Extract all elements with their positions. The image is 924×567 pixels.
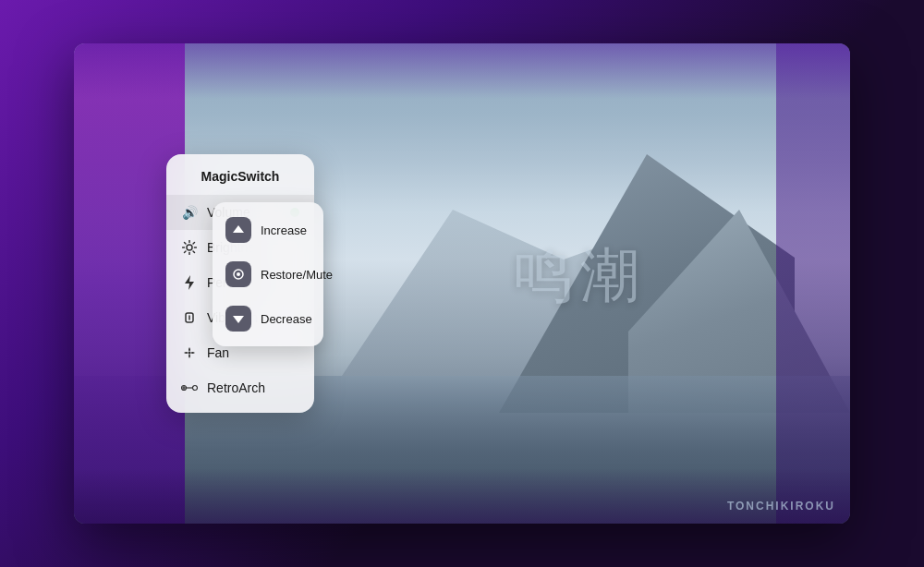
bottom-overlay	[74, 468, 850, 524]
increase-icon	[225, 217, 251, 243]
svg-line-8	[193, 243, 195, 245]
svg-marker-21	[233, 316, 244, 323]
vibration-icon	[181, 309, 198, 326]
svg-line-5	[185, 243, 187, 245]
svg-marker-9	[185, 275, 194, 290]
decrease-label: Decrease	[261, 312, 312, 326]
fan-label: Fan	[207, 345, 299, 360]
submenu-item-decrease[interactable]: Decrease	[213, 296, 323, 341]
fan-icon	[181, 344, 198, 361]
screen-container: 鸣潮 TONCHIKIROKU MagicSwitch 🔊 Volume	[74, 43, 850, 524]
brightness-icon	[181, 239, 198, 256]
svg-line-6	[193, 251, 195, 253]
svg-line-7	[185, 251, 187, 253]
volume-submenu: Increase Restore/Mute	[213, 202, 323, 346]
svg-point-12	[188, 352, 191, 355]
svg-point-20	[237, 272, 240, 276]
retroarch-icon	[181, 380, 198, 396]
submenu-item-increase[interactable]: Increase	[213, 208, 323, 252]
performance-icon	[181, 274, 198, 291]
watermark: TONCHIKIROKU	[727, 500, 835, 513]
chinese-title: 鸣潮	[514, 235, 647, 316]
decrease-icon	[225, 306, 251, 332]
restore-icon	[225, 261, 251, 287]
right-overlay	[776, 43, 850, 524]
volume-icon: 🔊	[181, 204, 198, 221]
menu-item-retroarch[interactable]: RetroArch	[166, 370, 314, 405]
outer-frame: 鸣潮 TONCHIKIROKU MagicSwitch 🔊 Volume	[0, 0, 924, 567]
svg-point-14	[193, 386, 198, 391]
top-overlay	[74, 43, 850, 99]
panel-title: MagicSwitch	[166, 169, 314, 184]
svg-marker-18	[233, 225, 244, 233]
increase-label: Increase	[261, 223, 307, 237]
svg-point-0	[187, 245, 192, 250]
restore-label: Restore/Mute	[261, 268, 333, 282]
retroarch-label: RetroArch	[207, 380, 299, 395]
submenu-item-restore[interactable]: Restore/Mute	[213, 252, 323, 296]
